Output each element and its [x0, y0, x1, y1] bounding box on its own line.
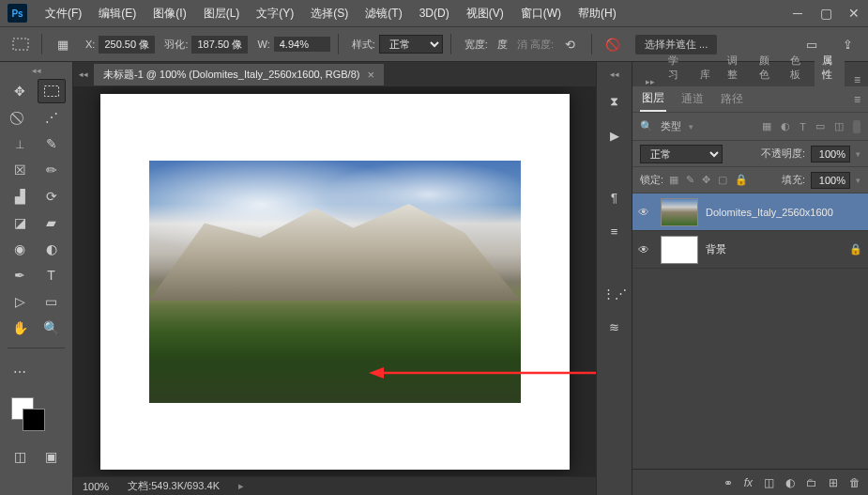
menu-window[interactable]: 窗口(W): [512, 0, 570, 26]
lasso-tool[interactable]: ⃠: [6, 105, 34, 130]
w-input[interactable]: 4.94%: [274, 37, 330, 52]
dodge-tool[interactable]: ◐: [38, 237, 66, 261]
lock-transparent-icon[interactable]: ▦: [669, 174, 678, 186]
gradient-tool[interactable]: ▰: [38, 210, 66, 235]
lock-artboard-icon[interactable]: ▢: [718, 174, 727, 186]
background-swatch[interactable]: [23, 409, 45, 431]
pen-tool[interactable]: ✒: [6, 263, 34, 287]
history-panel-icon[interactable]: ⧗: [603, 90, 626, 113]
path-select-tool[interactable]: ▷: [6, 289, 34, 314]
menu-3d[interactable]: 3D(D): [411, 0, 458, 26]
shape-tool[interactable]: ▭: [38, 289, 66, 314]
tab-learn[interactable]: 学习: [661, 49, 691, 86]
blend-mode-select[interactable]: 正常: [640, 145, 723, 163]
marquee-tool-preset-icon[interactable]: [8, 31, 34, 57]
screen-mode-tool[interactable]: ▣: [38, 444, 66, 469]
quick-mask-tool[interactable]: ◫: [6, 444, 34, 469]
new-layer-icon[interactable]: ⊞: [829, 476, 838, 489]
link-layers-icon[interactable]: ⚭: [723, 476, 733, 489]
document-tab[interactable]: 未标题-1 @ 100% (Dolomites_Italy_2560x1600,…: [94, 64, 384, 85]
play-panel-icon[interactable]: ▶: [603, 124, 626, 147]
tab-color[interactable]: 颜色: [752, 49, 782, 86]
visibility-eye-icon[interactable]: 👁: [638, 206, 653, 219]
menu-type[interactable]: 文字(Y): [248, 0, 302, 26]
layer-row[interactable]: 👁 Dolomites_Italy_2560x1600: [632, 193, 868, 231]
dock-expand-icon[interactable]: ◂◂: [604, 70, 625, 79]
move-tool[interactable]: ✥: [6, 79, 34, 103]
adjustment-layer-icon[interactable]: ◐: [785, 476, 795, 489]
brushsettings-panel-icon[interactable]: ≋: [603, 316, 626, 338]
history-brush-tool[interactable]: ⟳: [38, 184, 66, 209]
menu-help[interactable]: 帮助(H): [570, 0, 625, 26]
placed-image[interactable]: [149, 161, 521, 403]
filter-toggle-icon[interactable]: [853, 120, 860, 133]
canvas-viewport[interactable]: [73, 86, 596, 476]
feather-input[interactable]: 187.50 像: [191, 36, 248, 54]
tab-properties[interactable]: 属性: [815, 49, 845, 86]
brush-panel-icon[interactable]: ⋮⋰: [603, 282, 626, 304]
layer-thumbnail[interactable]: [661, 236, 698, 264]
link-icon[interactable]: ⟲: [557, 31, 584, 57]
tab-channels[interactable]: 通道: [679, 87, 706, 111]
menu-image[interactable]: 图像(I): [145, 0, 194, 26]
layer-name[interactable]: Dolomites_Italy_2560x1600: [706, 207, 862, 218]
panel-expand-icon[interactable]: ▸▸: [640, 77, 659, 86]
lock-all-icon[interactable]: 🔒: [735, 174, 748, 186]
toolbar-collapse-icon[interactable]: ◂◂: [0, 66, 72, 77]
eyedropper-tool[interactable]: ✎: [38, 131, 66, 156]
lock-pixels-icon[interactable]: ✎: [686, 174, 694, 186]
group-layers-icon[interactable]: 🗀: [806, 476, 817, 489]
crop-tool[interactable]: ⟂: [6, 131, 34, 156]
zoom-tool[interactable]: 🔍: [38, 316, 66, 340]
menu-filter[interactable]: 滤镜(T): [357, 0, 410, 26]
selection-new-icon[interactable]: ▦: [50, 31, 76, 57]
color-swatches[interactable]: [0, 397, 72, 439]
opacity-input[interactable]: 100%: [811, 146, 850, 162]
tab-layers[interactable]: 图层: [640, 86, 666, 112]
close-tab-icon[interactable]: ×: [367, 68, 374, 82]
style-select[interactable]: 正常: [379, 35, 443, 54]
quick-select-tool[interactable]: ⋰: [38, 105, 66, 130]
close-button[interactable]: ✕: [840, 0, 868, 26]
layer-mask-icon[interactable]: ◫: [764, 476, 774, 489]
tab-paths[interactable]: 路径: [719, 87, 745, 111]
filter-pixel-icon[interactable]: ▦: [762, 120, 771, 132]
panel-flyout-icon[interactable]: ≡: [846, 73, 868, 86]
menu-layer[interactable]: 图层(L): [195, 0, 249, 26]
hand-tool[interactable]: ✋: [6, 316, 34, 340]
type-tool[interactable]: T: [38, 263, 66, 287]
layer-fx-icon[interactable]: fx: [744, 476, 753, 489]
blur-tool[interactable]: ◉: [6, 237, 34, 261]
layer-thumbnail[interactable]: [661, 198, 698, 226]
layer-row[interactable]: 👁 背景 🔒: [632, 231, 868, 269]
healing-brush-tool[interactable]: ☒: [6, 158, 34, 182]
brush-tool[interactable]: ✏: [38, 158, 66, 182]
maximize-button[interactable]: ▢: [812, 0, 840, 26]
minimize-button[interactable]: ─: [784, 0, 812, 26]
menu-select[interactable]: 选择(S): [302, 0, 357, 26]
lock-position-icon[interactable]: ✥: [702, 174, 710, 186]
filter-type-icon[interactable]: T: [799, 121, 806, 132]
menu-file[interactable]: 文件(F): [37, 0, 90, 26]
fill-input[interactable]: 100%: [811, 172, 850, 189]
character-panel-icon[interactable]: ≡: [603, 220, 626, 242]
marquee-tool[interactable]: [38, 79, 66, 103]
tab-swatches[interactable]: 色板: [783, 49, 813, 86]
artboard[interactable]: [100, 94, 570, 470]
layer-filter-select[interactable]: 类型: [661, 119, 681, 133]
tab-adjustments[interactable]: 调整: [720, 49, 750, 86]
zoom-level[interactable]: 100%: [83, 481, 109, 492]
tab-libraries[interactable]: 库: [693, 63, 718, 86]
layer-name[interactable]: 背景: [706, 242, 842, 256]
layers-flyout-icon[interactable]: ≡: [854, 93, 868, 106]
clone-stamp-tool[interactable]: ▟: [6, 184, 34, 209]
filter-shape-icon[interactable]: ▭: [815, 120, 825, 132]
delete-layer-icon[interactable]: 🗑: [849, 476, 860, 489]
filter-smart-icon[interactable]: ◫: [834, 120, 844, 132]
menu-view[interactable]: 视图(V): [458, 0, 512, 26]
tab-expand-icon[interactable]: ◂◂: [73, 70, 94, 79]
edit-toolbar-icon[interactable]: ⋯: [6, 360, 34, 384]
filter-adjust-icon[interactable]: ◐: [781, 120, 790, 132]
menu-edit[interactable]: 编辑(E): [90, 0, 145, 26]
paragraph-panel-icon[interactable]: ¶: [603, 186, 626, 209]
